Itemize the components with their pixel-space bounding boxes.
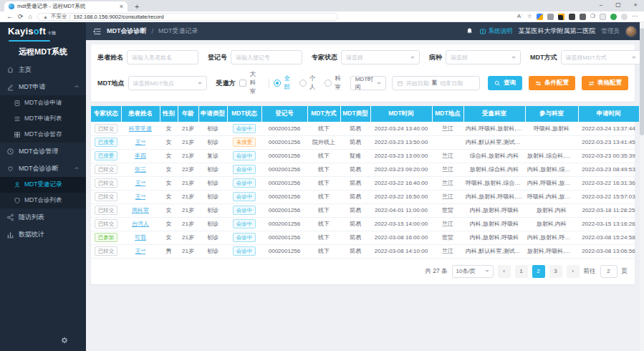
home-nav-icon[interactable]: ⌂ xyxy=(29,14,32,20)
sidebar-item-mdt-invite-records[interactable]: MDT受邀记录 xyxy=(0,177,86,193)
table-row: 已转交王**女21岁初诊会诊中0002001256线下简易2022-03-22 … xyxy=(91,190,639,203)
collections-icon[interactable]: ❍ xyxy=(590,14,595,19)
page-button-3[interactable]: 3 xyxy=(549,265,562,278)
extension-icon[interactable] xyxy=(580,14,586,20)
split-screen-icon[interactable] xyxy=(600,14,606,20)
tab-close-icon[interactable]: × xyxy=(120,4,123,10)
extension-icon[interactable] xyxy=(569,14,575,20)
maximize-button[interactable]: ▢ xyxy=(610,0,627,9)
extension-icon[interactable] xyxy=(558,14,564,20)
reg-no-label: 登记号 xyxy=(208,53,227,62)
settings-gear-button[interactable] xyxy=(60,335,69,347)
disease-select[interactable]: 请选择 xyxy=(446,50,521,64)
new-tab-button[interactable]: + xyxy=(135,1,139,11)
mdt-mode-cell: 线下 xyxy=(307,217,340,231)
goto-page-input[interactable]: 2 xyxy=(600,265,617,278)
user-avatar[interactable] xyxy=(625,26,637,37)
breadcrumb-root[interactable]: MDT会诊诊断 xyxy=(107,27,147,36)
system-help-link[interactable]: 系统说明 xyxy=(479,27,513,36)
patient-link[interactable]: 周科室 xyxy=(132,207,149,213)
browser-tab[interactable]: mdt受邀记录 - 远程MDT系统 × xyxy=(4,1,128,11)
expert-status-tag: 已接受 xyxy=(95,138,118,148)
profile-avatar-icon[interactable] xyxy=(621,14,628,20)
condition-config-button[interactable]: 条件配置 xyxy=(529,76,575,90)
patient-link[interactable]: 王** xyxy=(135,180,145,186)
next-page-button[interactable]: › xyxy=(567,265,580,278)
read-aloud-icon[interactable]: Aˊ xyxy=(517,14,523,19)
age-cell: 21岁 xyxy=(178,231,198,244)
table-config-button[interactable]: 表格配置 xyxy=(582,76,628,90)
sidebar-item-mdt-diagnosis[interactable]: MDT会诊诊断 xyxy=(0,160,86,177)
sidebar-item-mdt-manage[interactable]: MDT会诊管理 xyxy=(0,143,86,160)
sidebar-item-followup-list[interactable]: 随访列表 xyxy=(0,208,86,226)
invited-depts-cell: 内科,放射科,呼吸科 xyxy=(463,203,525,217)
main-area: MDT会诊诊断 / MDT受邀记录 系统说明 某某医科大学附属第二医院 管理员 xyxy=(86,22,644,351)
prev-page-button[interactable]: ‹ xyxy=(498,265,511,278)
mdt-place-select[interactable]: 请选择MDT地点 xyxy=(128,76,207,90)
dept-group-checkbox-label[interactable]: 大科室 xyxy=(250,70,261,96)
patient-link[interactable]: 李四 xyxy=(135,153,146,159)
sidebar-item-home[interactable]: 主页 xyxy=(0,61,86,78)
user-role[interactable]: 管理员 xyxy=(602,27,620,36)
close-button[interactable]: × xyxy=(627,0,644,9)
mdt-status-tag: 会诊中 xyxy=(233,165,256,175)
patient-link[interactable]: 可我 xyxy=(135,234,146,241)
mdt-time-cell: 2022-03-23 13:50:00 xyxy=(370,135,432,149)
joined-depts-cell: 呼吸科,放射科 xyxy=(525,122,578,135)
shield-icon xyxy=(14,197,21,204)
party-radio-personal[interactable]: 个人 xyxy=(299,74,318,92)
patient-link[interactable]: 张三 xyxy=(135,166,146,173)
sidebar-item-mdt-consult-list[interactable]: MDT会诊列表 xyxy=(0,193,86,208)
party-radio-dept[interactable]: 科室 xyxy=(325,74,343,92)
more-menu-icon[interactable]: ⋯ xyxy=(632,14,638,19)
mdt-time-cell: 2022-03-23 13:00:00 xyxy=(370,149,432,163)
expert-status-cell: 已接受 xyxy=(91,135,121,149)
sidebar-item-mdt-apply-list[interactable]: MDT申请列表 xyxy=(0,111,86,127)
back-icon[interactable]: ← xyxy=(6,14,13,20)
bell-icon[interactable] xyxy=(466,27,474,35)
time-type-select[interactable]: MDT时间 xyxy=(350,76,386,90)
sidebar-item-statistics[interactable]: 数据统计 xyxy=(0,226,86,243)
search-button[interactable]: 查询 xyxy=(488,76,522,90)
favorites-star-icon[interactable]: ☆ xyxy=(527,14,532,19)
page-button-2-current[interactable]: 2 xyxy=(532,265,545,278)
age-cell: 21岁 xyxy=(178,244,198,258)
page-scrollbar[interactable] xyxy=(640,22,644,351)
invited-depts-cell: 内科,默认科室,测试科室 xyxy=(463,244,525,258)
page-button-1[interactable]: 1 xyxy=(515,265,528,278)
chevron-down-icon xyxy=(485,270,489,272)
expert-status-cell: 已转交 xyxy=(91,203,121,217)
patient-name-input[interactable]: 请输入患者姓名 xyxy=(127,50,198,64)
browser-essentials-icon[interactable] xyxy=(610,14,617,20)
extension-icon[interactable] xyxy=(547,14,554,20)
sidebar-item-mdt-apply[interactable]: MDT申请 xyxy=(0,78,86,95)
patient-link[interactable]: 王** xyxy=(135,248,145,254)
scrollbar-thumb[interactable] xyxy=(640,28,644,135)
collapse-menu-icon[interactable] xyxy=(93,27,102,36)
mdt-time-cell: 2022-03-08 14:10:00 xyxy=(370,244,432,258)
mdt-status-tag: 会诊中 xyxy=(233,246,256,256)
extension-icon[interactable] xyxy=(537,14,543,20)
url-bar[interactable]: ▲ 不安全 192.168.0.156:9002/consultate/reco… xyxy=(37,13,338,21)
reg-no-input[interactable]: 请输入登记号 xyxy=(231,50,302,64)
party-radio-all[interactable]: 全部 xyxy=(274,74,292,92)
refresh-icon[interactable]: ⟳ xyxy=(18,14,24,20)
mdt-type-cell: 简易 xyxy=(340,190,370,203)
column-header: MDT时间 xyxy=(370,106,432,122)
site-favicon-icon xyxy=(9,4,14,9)
page-size-select[interactable]: 10条/页 xyxy=(452,265,494,278)
patient-link[interactable]: 王** xyxy=(135,139,145,145)
patient-link[interactable]: 科室受邀 xyxy=(129,125,152,132)
minimize-button[interactable]: – xyxy=(592,0,610,9)
chevron-down-icon xyxy=(198,82,202,85)
sidebar-item-mdt-draft[interactable]: MDT会诊暂存 xyxy=(0,127,86,143)
expert-status-select[interactable]: 请选择 xyxy=(341,50,420,64)
mdt-mode-select[interactable]: 请选择MDT方式 xyxy=(561,50,641,64)
dept-group-checkbox[interactable] xyxy=(239,80,246,87)
date-range-input[interactable]: 开始日期 至 结束日期 xyxy=(392,76,480,90)
patient-link[interactable]: 台湾人 xyxy=(132,221,149,227)
patient-link[interactable]: 王** xyxy=(135,193,145,200)
invited-depts-cell: 综合科,放射科,内科 xyxy=(463,149,525,163)
sidebar-item-mdt-apply-new[interactable]: MDT会诊申请 xyxy=(0,95,86,111)
radio-icon xyxy=(325,80,332,87)
